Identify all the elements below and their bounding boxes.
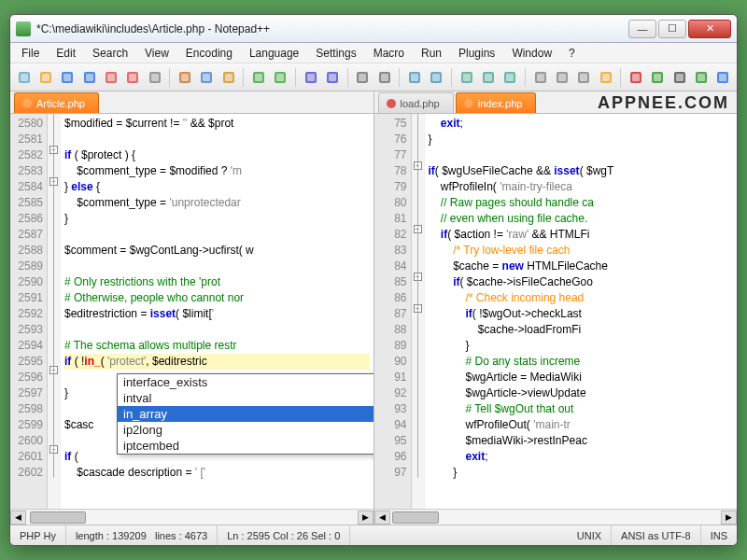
scroll-track[interactable] [390,511,722,525]
wrap-icon[interactable] [457,67,476,88]
sync-v-icon[interactable] [404,67,424,88]
svg-rect-53 [654,74,661,81]
tab-label: load.php [401,98,440,109]
scroll-left-icon[interactable]: ◀ [374,511,390,525]
menu-view[interactable]: View [137,45,176,62]
svg-rect-11 [129,74,136,81]
autocomplete-item[interactable]: in_array [118,406,374,422]
copy-icon[interactable] [197,67,217,88]
tab-index-php[interactable]: index.php [456,92,537,113]
svg-rect-59 [719,74,726,81]
ws-icon[interactable] [478,67,498,88]
redo-icon[interactable] [271,67,290,88]
left-editor[interactable]: 2580 2581 2582 2583 2584 2585 2586 2587 … [10,114,374,509]
save-macro-icon[interactable] [713,67,733,88]
print-icon[interactable] [145,67,164,88]
left-hscrollbar[interactable]: ◀ ▶ [10,509,374,525]
indent-guide-icon[interactable] [500,67,520,88]
autocomplete-list[interactable]: interface_existsintvalin_arrayip2longipt… [118,374,374,454]
svg-rect-57 [698,74,705,81]
autocomplete-popup[interactable]: interface_existsintvalin_arrayip2longipt… [117,373,374,455]
zoom-out-icon[interactable] [374,67,394,88]
menu-search[interactable]: Search [85,45,135,62]
close-button[interactable]: ✕ [688,20,731,38]
svg-rect-15 [181,74,189,81]
menu-plugins[interactable]: Plugins [451,45,502,62]
scroll-right-icon[interactable]: ▶ [358,511,374,525]
scroll-left-icon[interactable]: ◀ [10,511,26,525]
scroll-thumb[interactable] [392,511,439,524]
undo-icon[interactable] [248,67,268,88]
play-multi-icon[interactable] [691,67,711,88]
titlebar[interactable]: *C:\mediawiki\includes\Article.php - Not… [10,15,737,43]
autocomplete-item[interactable]: intval [118,390,374,406]
status-position: Ln : 2595 Col : 26 Sel : 0 [218,525,350,545]
autocomplete-item[interactable]: iptcembed [118,438,374,454]
lang-icon[interactable] [530,67,550,88]
file-dot-icon [464,99,473,108]
menu-settings[interactable]: Settings [308,45,363,62]
svg-rect-21 [255,74,262,81]
tab-article-php[interactable]: Article.php [14,92,99,113]
svg-rect-27 [329,74,336,81]
minimize-button[interactable]: — [628,20,656,38]
doc-map-icon[interactable] [552,67,571,88]
func-list-icon[interactable] [574,67,594,88]
right-code-area[interactable]: exit; } if( $wgUseFileCache && isset( $w… [425,114,738,509]
left-fold-gutter[interactable]: −−−+ [48,114,61,509]
svg-rect-17 [203,74,210,81]
toolbar-separator [525,68,526,87]
close-icon[interactable] [101,67,120,88]
svg-rect-5 [63,74,71,81]
new-file-icon[interactable] [14,67,34,88]
svg-rect-39 [485,74,492,81]
file-dot-icon [387,99,396,108]
svg-rect-25 [307,74,315,81]
play-icon[interactable] [648,67,668,88]
svg-rect-29 [359,74,366,81]
toolbar-separator [620,68,621,87]
sync-h-icon[interactable] [427,67,446,88]
maximize-button[interactable]: ☐ [658,20,686,38]
scroll-thumb[interactable] [30,511,86,524]
cut-icon[interactable] [175,67,194,88]
app-icon [16,21,31,36]
menu-window[interactable]: Window [504,45,559,62]
svg-rect-49 [602,74,610,81]
zoom-in-icon[interactable] [353,67,373,88]
status-language: PHP Hy [10,525,66,545]
record-icon[interactable] [626,67,645,88]
right-line-gutter: 75 76 77 78 79 80 81 82 83 84 85 86 87 8… [374,114,412,509]
menu-edit[interactable]: Edit [49,45,83,62]
close-all-icon[interactable] [123,67,143,88]
save-all-icon[interactable] [79,67,99,88]
menu-macro[interactable]: Macro [366,45,412,62]
replace-icon[interactable] [322,67,342,88]
scroll-right-icon[interactable]: ▶ [721,511,737,525]
right-editor[interactable]: 75 76 77 78 79 80 81 82 83 84 85 86 87 8… [374,114,738,509]
find-icon[interactable] [301,67,320,88]
right-fold-gutter[interactable]: −−−− [412,114,425,509]
status-length: length : 139209 lines : 4673 [66,525,218,545]
open-file-icon[interactable] [35,67,55,88]
editor-split: Article.php 2580 2581 2582 2583 2584 258… [10,91,737,525]
svg-rect-55 [676,74,684,81]
folder-icon[interactable] [596,67,615,88]
menu-[interactable]: ? [561,45,583,62]
right-hscrollbar[interactable]: ◀ ▶ [374,509,738,525]
scroll-track[interactable] [26,511,358,525]
paste-icon[interactable] [218,67,238,88]
menu-run[interactable]: Run [414,45,449,62]
svg-rect-23 [276,74,284,81]
svg-rect-37 [463,74,471,81]
menu-language[interactable]: Language [242,45,306,62]
save-icon[interactable] [58,67,78,88]
autocomplete-item[interactable]: ip2long [118,422,374,438]
autocomplete-item[interactable]: interface_exists [118,374,374,390]
tab-load-php[interactable]: load.php [378,92,454,113]
svg-rect-35 [432,74,440,81]
svg-rect-13 [151,74,159,81]
menu-file[interactable]: File [14,45,47,62]
stop-icon[interactable] [669,67,689,88]
menu-encoding[interactable]: Encoding [178,45,240,62]
